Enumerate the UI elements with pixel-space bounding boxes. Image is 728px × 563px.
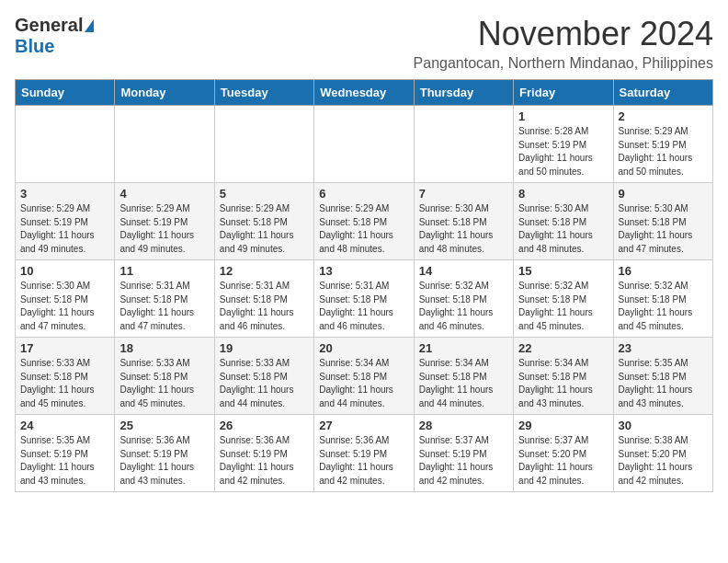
calendar-cell — [16, 106, 115, 183]
calendar-cell: 29Sunrise: 5:37 AMSunset: 5:20 PMDayligh… — [514, 415, 613, 492]
day-info: Sunrise: 5:35 AMSunset: 5:18 PMDaylight:… — [619, 357, 708, 410]
day-info: Sunrise: 5:33 AMSunset: 5:18 PMDaylight:… — [220, 357, 309, 410]
logo-arrow-icon — [85, 19, 94, 32]
calendar-cell: 6Sunrise: 5:29 AMSunset: 5:18 PMDaylight… — [314, 183, 414, 260]
day-info: Sunrise: 5:34 AMSunset: 5:18 PMDaylight:… — [419, 357, 508, 410]
calendar-week-2: 3Sunrise: 5:29 AMSunset: 5:19 PMDaylight… — [16, 183, 713, 260]
day-number: 19 — [220, 341, 309, 355]
day-info: Sunrise: 5:29 AMSunset: 5:19 PMDaylight:… — [119, 202, 209, 256]
day-info: Sunrise: 5:32 AMSunset: 5:18 PMDaylight:… — [518, 280, 608, 333]
day-number: 10 — [20, 264, 109, 278]
day-info: Sunrise: 5:29 AMSunset: 5:18 PMDaylight:… — [319, 202, 408, 256]
calendar-cell — [414, 106, 513, 183]
day-number: 15 — [518, 264, 608, 278]
day-info: Sunrise: 5:31 AMSunset: 5:18 PMDaylight:… — [319, 280, 408, 333]
calendar-cell: 16Sunrise: 5:32 AMSunset: 5:18 PMDayligh… — [613, 260, 712, 338]
day-info: Sunrise: 5:28 AMSunset: 5:19 PMDaylight:… — [518, 125, 608, 178]
weekday-header-friday: Friday — [514, 80, 613, 106]
day-info: Sunrise: 5:36 AMSunset: 5:19 PMDaylight:… — [119, 434, 209, 488]
day-info: Sunrise: 5:31 AMSunset: 5:18 PMDaylight:… — [220, 280, 309, 333]
calendar-cell: 9Sunrise: 5:30 AMSunset: 5:18 PMDaylight… — [613, 183, 712, 260]
calendar-week-1: 1Sunrise: 5:28 AMSunset: 5:19 PMDaylight… — [16, 106, 713, 183]
day-number: 13 — [319, 264, 408, 278]
calendar-table: SundayMondayTuesdayWednesdayThursdayFrid… — [15, 79, 713, 492]
day-info: Sunrise: 5:30 AMSunset: 5:18 PMDaylight:… — [619, 202, 708, 256]
calendar-week-4: 17Sunrise: 5:33 AMSunset: 5:18 PMDayligh… — [16, 338, 713, 415]
calendar-cell: 30Sunrise: 5:38 AMSunset: 5:20 PMDayligh… — [613, 415, 712, 492]
calendar-cell: 12Sunrise: 5:31 AMSunset: 5:18 PMDayligh… — [214, 260, 313, 338]
month-title: November 2024 — [414, 15, 713, 53]
day-info: Sunrise: 5:35 AMSunset: 5:19 PMDaylight:… — [20, 434, 109, 488]
day-number: 8 — [518, 187, 608, 201]
day-number: 16 — [619, 264, 708, 278]
calendar-cell: 25Sunrise: 5:36 AMSunset: 5:19 PMDayligh… — [115, 415, 214, 492]
calendar-cell: 20Sunrise: 5:34 AMSunset: 5:18 PMDayligh… — [314, 338, 414, 415]
weekday-header-wednesday: Wednesday — [314, 80, 414, 106]
day-number: 22 — [518, 341, 608, 355]
calendar-cell: 19Sunrise: 5:33 AMSunset: 5:18 PMDayligh… — [214, 338, 313, 415]
day-info: Sunrise: 5:29 AMSunset: 5:19 PMDaylight:… — [619, 125, 708, 178]
day-number: 4 — [119, 187, 209, 201]
day-info: Sunrise: 5:30 AMSunset: 5:18 PMDaylight:… — [518, 202, 608, 256]
day-number: 25 — [119, 419, 209, 432]
weekday-header-tuesday: Tuesday — [214, 80, 313, 106]
calendar-cell: 28Sunrise: 5:37 AMSunset: 5:19 PMDayligh… — [414, 415, 513, 492]
logo-blue: Blue — [15, 36, 54, 56]
calendar-cell — [214, 106, 313, 183]
day-number: 24 — [20, 419, 109, 432]
day-number: 11 — [119, 264, 209, 278]
calendar-cell — [115, 106, 214, 183]
day-number: 23 — [619, 341, 708, 355]
day-info: Sunrise: 5:34 AMSunset: 5:18 PMDaylight:… — [319, 357, 408, 410]
day-info: Sunrise: 5:29 AMSunset: 5:19 PMDaylight:… — [20, 202, 109, 256]
day-info: Sunrise: 5:32 AMSunset: 5:18 PMDaylight:… — [419, 280, 508, 333]
day-number: 6 — [319, 187, 408, 201]
day-info: Sunrise: 5:34 AMSunset: 5:18 PMDaylight:… — [518, 357, 608, 410]
calendar-cell — [314, 106, 414, 183]
day-number: 18 — [119, 341, 209, 355]
calendar-cell: 23Sunrise: 5:35 AMSunset: 5:18 PMDayligh… — [613, 338, 712, 415]
day-info: Sunrise: 5:36 AMSunset: 5:19 PMDaylight:… — [220, 434, 309, 488]
day-number: 5 — [220, 187, 309, 201]
day-number: 21 — [419, 341, 508, 355]
day-info: Sunrise: 5:32 AMSunset: 5:18 PMDaylight:… — [619, 280, 708, 333]
calendar-cell: 17Sunrise: 5:33 AMSunset: 5:18 PMDayligh… — [16, 338, 115, 415]
calendar-cell: 8Sunrise: 5:30 AMSunset: 5:18 PMDaylight… — [514, 183, 613, 260]
location-title: Pangantocan, Northern Mindanao, Philippi… — [414, 55, 713, 72]
day-number: 2 — [619, 109, 708, 123]
day-number: 12 — [220, 264, 309, 278]
day-info: Sunrise: 5:33 AMSunset: 5:18 PMDaylight:… — [20, 357, 109, 410]
weekday-header-saturday: Saturday — [613, 80, 712, 106]
calendar-cell: 10Sunrise: 5:30 AMSunset: 5:18 PMDayligh… — [16, 260, 115, 338]
calendar-cell: 14Sunrise: 5:32 AMSunset: 5:18 PMDayligh… — [414, 260, 513, 338]
calendar-week-3: 10Sunrise: 5:30 AMSunset: 5:18 PMDayligh… — [16, 260, 713, 338]
day-number: 17 — [20, 341, 109, 355]
calendar-cell: 18Sunrise: 5:33 AMSunset: 5:18 PMDayligh… — [115, 338, 214, 415]
page-header: General Blue November 2024 Pangantocan, … — [15, 15, 713, 72]
title-block: November 2024 Pangantocan, Northern Mind… — [414, 15, 713, 72]
calendar-cell: 2Sunrise: 5:29 AMSunset: 5:19 PMDaylight… — [613, 106, 712, 183]
calendar-header: SundayMondayTuesdayWednesdayThursdayFrid… — [16, 80, 713, 106]
calendar-cell: 21Sunrise: 5:34 AMSunset: 5:18 PMDayligh… — [414, 338, 513, 415]
day-info: Sunrise: 5:33 AMSunset: 5:18 PMDaylight:… — [119, 357, 209, 410]
logo: General Blue — [15, 15, 94, 57]
weekday-header-monday: Monday — [115, 80, 214, 106]
day-number: 1 — [518, 109, 608, 123]
day-number: 26 — [220, 419, 309, 432]
calendar-cell: 13Sunrise: 5:31 AMSunset: 5:18 PMDayligh… — [314, 260, 414, 338]
day-info: Sunrise: 5:29 AMSunset: 5:18 PMDaylight:… — [220, 202, 309, 256]
day-info: Sunrise: 5:38 AMSunset: 5:20 PMDaylight:… — [619, 434, 708, 488]
calendar-week-5: 24Sunrise: 5:35 AMSunset: 5:19 PMDayligh… — [16, 415, 713, 492]
day-number: 28 — [419, 419, 508, 432]
day-info: Sunrise: 5:37 AMSunset: 5:19 PMDaylight:… — [419, 434, 508, 488]
logo-general: General — [15, 15, 83, 36]
weekday-header-thursday: Thursday — [414, 80, 513, 106]
day-info: Sunrise: 5:37 AMSunset: 5:20 PMDaylight:… — [518, 434, 608, 488]
day-number: 29 — [518, 419, 608, 432]
day-info: Sunrise: 5:30 AMSunset: 5:18 PMDaylight:… — [419, 202, 508, 256]
day-number: 3 — [20, 187, 109, 201]
day-number: 20 — [319, 341, 408, 355]
calendar-cell: 26Sunrise: 5:36 AMSunset: 5:19 PMDayligh… — [214, 415, 313, 492]
day-number: 30 — [619, 419, 708, 432]
weekday-header-sunday: Sunday — [16, 80, 115, 106]
